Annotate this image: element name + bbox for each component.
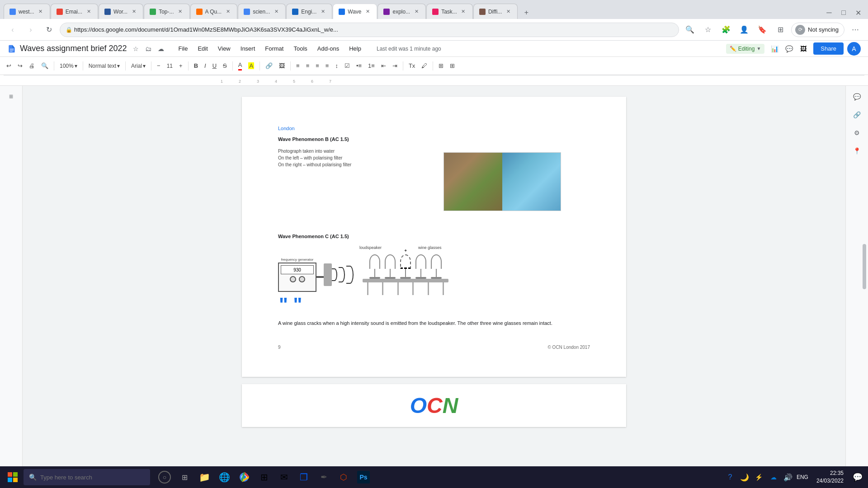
taskbar-app-dropbox[interactable]: ❐ bbox=[295, 468, 313, 486]
decrease-indent-button[interactable]: ⇤ bbox=[378, 60, 389, 72]
taskbar-app-photoshop[interactable]: Ps bbox=[354, 468, 373, 486]
image-button[interactable]: 🖼 bbox=[276, 60, 288, 72]
search-button[interactable]: 🔍 bbox=[683, 23, 697, 37]
taskbar-app-file-explorer[interactable]: 📁 bbox=[195, 468, 213, 486]
tab-close-diffraction[interactable]: ✕ bbox=[505, 8, 512, 15]
taskbar-app-edge[interactable]: 🌐 bbox=[215, 468, 233, 486]
taskbar-search[interactable]: 🔍 bbox=[24, 469, 150, 485]
tab-close-task[interactable]: ✕ bbox=[460, 8, 467, 15]
taskbar-app-taskview[interactable]: ⊞ bbox=[175, 468, 193, 486]
taskbar-app-stylus[interactable]: ✒ bbox=[315, 468, 333, 486]
clear-format-button[interactable]: Tx bbox=[406, 60, 418, 72]
font-size-decrease[interactable]: − bbox=[154, 60, 163, 72]
tab-explore[interactable]: explo... ✕ bbox=[377, 4, 426, 19]
italic-button[interactable]: I bbox=[202, 60, 209, 72]
star-button[interactable]: ☆ bbox=[701, 23, 715, 37]
tab-close-explore[interactable]: ✕ bbox=[413, 8, 420, 15]
url-input[interactable]: 🔒 https://docs.google.com/document/d/1Om… bbox=[60, 23, 679, 37]
menu-edit[interactable]: Edit bbox=[193, 43, 212, 54]
tab-email[interactable]: Emai... ✕ bbox=[51, 4, 98, 19]
text-color-button[interactable]: A bbox=[236, 60, 245, 72]
editing-dropdown-icon[interactable]: ▼ bbox=[756, 46, 761, 51]
extension-button[interactable]: 🧩 bbox=[719, 23, 733, 37]
settings-panel-button[interactable]: ⚙ bbox=[850, 126, 864, 140]
font-size-increase[interactable]: + bbox=[176, 60, 185, 72]
text-highlight-button[interactable]: 🖊 bbox=[419, 60, 430, 72]
links-panel-button[interactable]: 🔗 bbox=[850, 108, 864, 122]
comments-panel-button[interactable]: 💬 bbox=[850, 89, 864, 104]
tab-science[interactable]: scien... ✕ bbox=[238, 4, 286, 19]
start-button[interactable] bbox=[4, 468, 22, 486]
taskbar-search-input[interactable] bbox=[40, 474, 140, 481]
taskbar-app-chrome[interactable] bbox=[235, 468, 253, 486]
close-button[interactable]: ✕ bbox=[852, 6, 864, 19]
menu-insert[interactable]: Insert bbox=[236, 43, 260, 54]
tab-close-email[interactable]: ✕ bbox=[85, 8, 92, 15]
profile-button[interactable]: 👤 bbox=[737, 23, 751, 37]
maximize-button[interactable]: □ bbox=[837, 6, 850, 19]
menu-format[interactable]: Format bbox=[260, 43, 288, 54]
tab-close-word[interactable]: ✕ bbox=[130, 8, 137, 15]
add-to-drive-icon[interactable]: 🗂 bbox=[143, 43, 154, 54]
strikethrough-button[interactable]: S bbox=[220, 60, 230, 72]
undo-button[interactable]: ↩ bbox=[4, 60, 14, 72]
insert-columns-button[interactable]: ⊞ bbox=[447, 60, 458, 72]
outline-icon[interactable]: ≡ bbox=[4, 89, 19, 104]
print-button[interactable]: 🖨 bbox=[26, 60, 38, 72]
doc-content-area[interactable]: London Wave Phenomenon B (AC 1.5) Photog… bbox=[23, 86, 845, 488]
not-syncing-button[interactable]: ⟳ Not syncing bbox=[791, 23, 844, 37]
taskbar-app-cortana[interactable]: ○ bbox=[156, 468, 174, 486]
redo-button[interactable]: ↪ bbox=[15, 60, 25, 72]
checklist-button[interactable]: ☑ bbox=[342, 60, 353, 72]
tab-close-west[interactable]: ✕ bbox=[37, 8, 44, 15]
comment-icon[interactable]: 💬 bbox=[783, 42, 795, 55]
onedrive-icon[interactable]: ☁ bbox=[767, 470, 780, 484]
taskbar-app-tiles[interactable]: ⊞ bbox=[255, 468, 273, 486]
link-button[interactable]: 🔗 bbox=[263, 60, 275, 72]
justify-button[interactable]: ≡ bbox=[323, 60, 332, 72]
more-options-button[interactable]: ⋯ bbox=[848, 23, 863, 37]
tab-close-wave[interactable]: ✕ bbox=[364, 8, 371, 15]
zoom-dropdown[interactable]: 100% ▾ bbox=[57, 60, 80, 72]
bullet-list-button[interactable]: •≡ bbox=[354, 60, 364, 72]
menu-file[interactable]: File bbox=[174, 43, 192, 54]
tab-search-button[interactable]: ⊞ bbox=[773, 23, 788, 37]
share-button[interactable]: Share bbox=[813, 42, 844, 55]
menu-addons[interactable]: Add-ons bbox=[313, 43, 344, 54]
tab-word[interactable]: Wor... ✕ bbox=[99, 4, 143, 19]
chart-icon[interactable]: 📊 bbox=[768, 42, 781, 55]
map-panel-button[interactable]: 📍 bbox=[850, 144, 864, 158]
tab-west[interactable]: west... ✕ bbox=[4, 4, 50, 19]
font-size-dropdown[interactable]: 11 bbox=[164, 60, 175, 72]
spellcheck-button[interactable]: 🔍 bbox=[38, 60, 51, 72]
minimize-button[interactable]: ─ bbox=[823, 6, 835, 19]
screenshot-icon[interactable]: 🖼 bbox=[797, 42, 810, 55]
volume-icon[interactable]: 🔊 bbox=[781, 470, 795, 484]
align-right-button[interactable]: ≡ bbox=[313, 60, 322, 72]
highlight-button[interactable]: A bbox=[245, 60, 257, 72]
new-tab-button[interactable]: + bbox=[520, 6, 533, 19]
tab-close-engineering[interactable]: ✕ bbox=[319, 8, 326, 15]
tab-aquestion[interactable]: A Qu... ✕ bbox=[190, 4, 238, 19]
tab-engineering[interactable]: Engi... ✕ bbox=[286, 4, 332, 19]
menu-help[interactable]: Help bbox=[344, 43, 366, 54]
style-dropdown[interactable]: Normal text ▾ bbox=[86, 60, 123, 72]
reload-button[interactable]: ↻ bbox=[42, 23, 56, 37]
tab-wave[interactable]: Wave ✕ bbox=[333, 4, 377, 19]
tab-close-science[interactable]: ✕ bbox=[273, 8, 280, 15]
numbered-list-button[interactable]: 1≡ bbox=[365, 60, 377, 72]
taskbar-app-mail[interactable]: ✉ bbox=[275, 468, 293, 486]
increase-indent-button[interactable]: ⇥ bbox=[390, 60, 400, 72]
bookmark-button[interactable]: 🔖 bbox=[755, 23, 769, 37]
scrollbar-thumb[interactable] bbox=[863, 244, 866, 289]
cloud-icon[interactable]: ☁ bbox=[156, 43, 166, 54]
tab-diffraction[interactable]: Diffi... ✕ bbox=[473, 4, 518, 19]
user-avatar[interactable]: A bbox=[847, 42, 861, 56]
menu-view[interactable]: View bbox=[213, 43, 235, 54]
tab-task[interactable]: Task... ✕ bbox=[426, 4, 473, 19]
notification-button[interactable]: 💬 bbox=[851, 470, 864, 484]
tab-close-top[interactable]: ✕ bbox=[177, 8, 184, 15]
menu-tools[interactable]: Tools bbox=[289, 43, 311, 54]
moon-icon[interactable]: 🌙 bbox=[738, 470, 751, 484]
bold-button[interactable]: B bbox=[191, 60, 201, 72]
